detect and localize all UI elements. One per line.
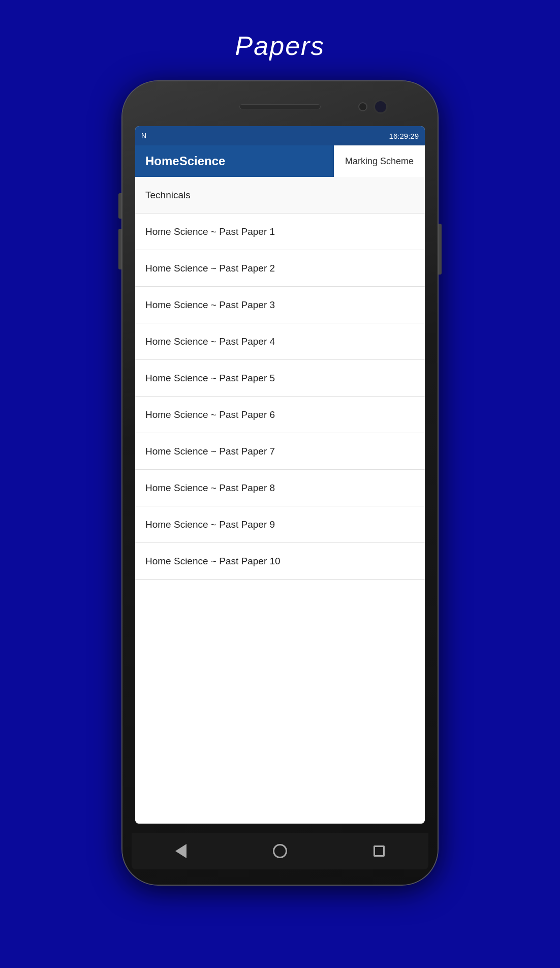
speaker-grill [239, 104, 321, 109]
status-time: 16:29:29 [389, 132, 419, 140]
phone-top-hardware [132, 97, 428, 117]
list-item-label: Home Science ~ Past Paper 8 [145, 482, 275, 494]
list-item-label: Home Science ~ Past Paper 6 [145, 409, 275, 420]
list-item-paper-9[interactable]: Home Science ~ Past Paper 9 [135, 506, 425, 543]
nav-home-button[interactable] [270, 841, 290, 861]
list-empty-space [135, 580, 425, 620]
network-icon: N [141, 132, 146, 140]
list-item-paper-6[interactable]: Home Science ~ Past Paper 6 [135, 397, 425, 433]
list-item-label: Home Science ~ Past Paper 7 [145, 446, 275, 457]
list-item-label: Technicals [145, 190, 191, 201]
list-item-paper-3[interactable]: Home Science ~ Past Paper 3 [135, 287, 425, 323]
bottom-nav-bar [132, 833, 428, 869]
side-button-volume-up [118, 193, 121, 219]
app-bar: HomeScience Marking Scheme [135, 145, 425, 177]
list-item-label: Home Science ~ Past Paper 4 [145, 336, 275, 347]
page-title: Papers [235, 31, 325, 61]
list-item-paper-2[interactable]: Home Science ~ Past Paper 2 [135, 250, 425, 287]
list-item-paper-4[interactable]: Home Science ~ Past Paper 4 [135, 323, 425, 360]
nav-recents-button[interactable] [369, 841, 389, 861]
list-item-label: Home Science ~ Past Paper 1 [145, 226, 275, 237]
list-item-paper-5[interactable]: Home Science ~ Past Paper 5 [135, 360, 425, 397]
list-item-label: Home Science ~ Past Paper 5 [145, 373, 275, 384]
list-item-label: Home Science ~ Past Paper 2 [145, 263, 275, 274]
list-item-paper-10[interactable]: Home Science ~ Past Paper 10 [135, 543, 425, 580]
papers-list: Technicals Home Science ~ Past Paper 1 H… [135, 177, 425, 824]
list-item-label: Home Science ~ Past Paper 3 [145, 299, 275, 311]
camera-dot [358, 102, 367, 111]
camera-lens [374, 100, 388, 114]
status-bar: N 16:29:29 [135, 126, 425, 145]
phone-frame: N 16:29:29 HomeScience Marking Scheme Te… [122, 81, 438, 885]
recents-icon [374, 845, 385, 857]
list-item-paper-7[interactable]: Home Science ~ Past Paper 7 [135, 433, 425, 470]
nav-back-button[interactable] [171, 841, 191, 861]
list-item-label: Home Science ~ Past Paper 9 [145, 519, 275, 530]
marking-scheme-button[interactable]: Marking Scheme [334, 145, 425, 177]
home-icon [273, 844, 287, 858]
list-item-paper-8[interactable]: Home Science ~ Past Paper 8 [135, 470, 425, 506]
phone-screen: N 16:29:29 HomeScience Marking Scheme Te… [135, 126, 425, 824]
side-button-volume-down [118, 229, 121, 269]
list-item-label: Home Science ~ Past Paper 10 [145, 556, 281, 567]
list-item-technicals[interactable]: Technicals [135, 177, 425, 214]
back-icon [175, 844, 186, 858]
app-title: HomeScience [135, 145, 334, 177]
list-item-paper-1[interactable]: Home Science ~ Past Paper 1 [135, 214, 425, 250]
side-button-power [439, 224, 442, 275]
